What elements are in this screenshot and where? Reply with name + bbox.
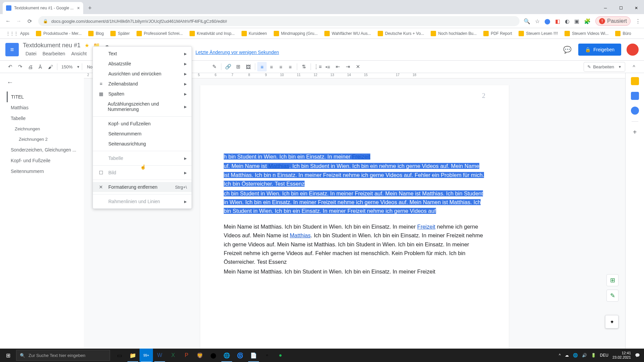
star-icon[interactable]: ★ [85,42,89,49]
outline-item[interactable]: Kopf- und Fußzeile [7,155,78,166]
spellcheck-button[interactable]: Ā [36,62,45,71]
dd-spalten[interactable]: ▦Spalten▶ [93,89,192,99]
explore-button[interactable]: ✦ [605,315,619,328]
bookmark-item[interactable]: Deutsche Kurs + Vo... [376,29,426,38]
calendar-addon-icon[interactable] [631,77,639,85]
spotify-icon[interactable]: ● [274,349,287,362]
menu-ansicht[interactable]: Ansicht [68,50,89,58]
keep-addon-icon[interactable] [631,92,639,100]
outline-item[interactable]: Seitennummern [7,166,78,177]
bookmark-item[interactable]: Wahlfächer WU Aus... [322,29,373,38]
bookmark-item[interactable]: Noch hochladen Bu... [429,29,479,38]
print-button[interactable]: 🖨 [25,62,35,71]
align-justify-button[interactable]: ≡ [285,62,295,71]
tasks-addon-icon[interactable] [631,107,639,115]
link-freizeit[interactable]: Freizeit [352,154,370,160]
close-window-button[interactable]: ✕ [629,2,644,14]
link-button[interactable]: 🔗 [223,62,233,71]
indent-increase-button[interactable]: ⇥ [343,62,353,71]
extension-icon-2[interactable]: ◧ [555,18,560,24]
tray-network-icon[interactable]: 🌐 [573,353,578,358]
back-button[interactable]: ← [3,16,13,26]
link-matthias-2[interactable]: Matthias [290,232,311,238]
indent-decrease-button[interactable]: ⇤ [333,62,342,71]
bookmark-item[interactable]: Produktsuche - Mer... [34,29,84,38]
bookmark-item[interactable]: Kreativität und Insp... [187,29,237,38]
comment-add-button[interactable]: ⊞ [233,62,243,71]
comments-button[interactable]: 💬 [561,43,574,56]
last-change-link[interactable]: Letzte Änderung vor wenigen Sekunden [196,50,279,58]
word-icon[interactable]: W [153,349,166,362]
share-button[interactable]: 🔒 Freigeben [578,44,621,56]
tray-clock[interactable]: 12:41 23.02.2021 [612,351,631,360]
bookmark-item[interactable]: Später [108,29,131,38]
new-tab-button[interactable]: + [85,3,95,13]
outline-item[interactable]: Zeichnungen 2 [7,134,78,144]
start-button[interactable]: ⊞ [0,349,16,362]
edit-mode-dropdown[interactable]: ✎ Bearbeiten ▼ [584,62,625,72]
bookmark-item[interactable]: Steuern Lesen !!!! [517,29,560,38]
chrome-icon[interactable]: 🌐 [220,349,233,362]
link-freizeit-2[interactable]: Freizeit [417,224,435,230]
user-avatar[interactable] [627,44,639,56]
notepad-icon[interactable]: 📄 [247,349,260,362]
dd-text[interactable]: Text▶ [93,49,192,59]
minimize-button[interactable]: ─ [598,2,613,14]
dd-formatierung-entfernen[interactable]: ✕Formatierung entfernenStrg+\ [93,182,192,192]
chevron-down-icon[interactable]: ▼ [76,65,80,69]
tray-chevron-icon[interactable]: ^ [559,353,561,358]
outline-item[interactable]: Matthias [7,102,78,113]
powerpoint-icon[interactable]: P [180,349,193,362]
apps-bookmark[interactable]: ⋮⋮⋮Apps [4,30,31,37]
document-body[interactable]: h bin Student in Wien. Ich bin ein Einsa… [224,152,485,276]
extension-icon-4[interactable]: ▣ [574,18,579,24]
dd-ausrichten[interactable]: Ausrichten und einrücken▶ [93,69,192,79]
dd-seitenausrichtung[interactable]: Seitenausrichtung [93,139,192,149]
maximize-button[interactable]: ☐ [613,2,629,14]
bookmark-star-icon[interactable]: ☆ [535,18,540,24]
collapse-toolbar-button[interactable]: ^ [629,62,639,71]
align-center-button[interactable]: ≡ [267,62,276,71]
bookmark-item[interactable]: Mindmapping (Gru... [272,29,320,38]
menu-bearbeiten[interactable]: Bearbeiten [40,50,68,58]
weather-icon[interactable]: 99+ [140,349,153,362]
page[interactable]: 2 h bin Student in Wien. Ich bin ein Ein… [200,85,509,349]
align-right-button[interactable]: ≡ [276,62,285,71]
bookmark-item[interactable]: Büro [613,29,633,38]
browser-tab[interactable]: Textdokument neu #1 - Google ... × [3,2,83,14]
suggest-button[interactable]: ✎ [606,290,619,302]
zoom-icon[interactable]: 🔍 [524,18,530,24]
profile-paused-pill[interactable]: T Pausiert [595,16,631,26]
highlight-button[interactable]: ✎ [210,62,219,71]
edge-icon[interactable]: 🌀 [233,349,247,362]
close-tab-icon[interactable]: × [77,5,80,11]
menu-dots-icon[interactable]: ⋮ [635,18,641,24]
zoom-dropdown[interactable]: 150% [59,64,74,69]
image-button[interactable]: 🖼 [244,62,253,71]
link-matthias[interactable]: Matthias [268,163,289,169]
excel-icon[interactable]: X [166,349,180,362]
bookmark-item[interactable]: PDF Report [481,29,514,38]
dd-zeilenabstand[interactable]: ≡Zeilenabstand▶ [93,79,192,89]
docs-logo-icon[interactable]: ≡ [5,43,19,56]
extensions-puzzle-icon[interactable]: 🧩 [584,18,591,24]
taskbar-search[interactable]: 🔍 Zur Suche Text hier eingeben [16,350,110,361]
tray-cloud-icon[interactable]: ☁ [565,353,569,358]
outline-item[interactable]: Zeichnungen [7,124,78,134]
align-left-button[interactable]: ≡ [257,62,267,71]
extension-icon-3[interactable]: ◐ [565,18,570,24]
bookmark-item[interactable]: Professionell Schrei... [135,29,185,38]
tray-lang[interactable]: DEU [600,353,608,358]
obs-icon[interactable]: ⬤ [207,349,220,362]
dd-seitennummern[interactable]: Seitennummern [93,129,192,139]
tray-battery-icon[interactable]: 🔋 [591,353,596,358]
explorer-icon[interactable]: 📁 [126,349,140,362]
brave-icon[interactable]: 🦁 [193,349,207,362]
outline-item[interactable]: TITEL [7,92,78,102]
numbered-list-button[interactable]: ⋮≡ [313,62,322,71]
undo-button[interactable]: ↶ [5,62,15,71]
bookmark-item[interactable]: Steuern Videos Wi... [562,29,610,38]
outline-back-button[interactable]: ← [7,78,78,86]
clear-format-button[interactable]: ✕ [353,62,363,71]
bookmark-item[interactable]: Kursideen [239,29,269,38]
